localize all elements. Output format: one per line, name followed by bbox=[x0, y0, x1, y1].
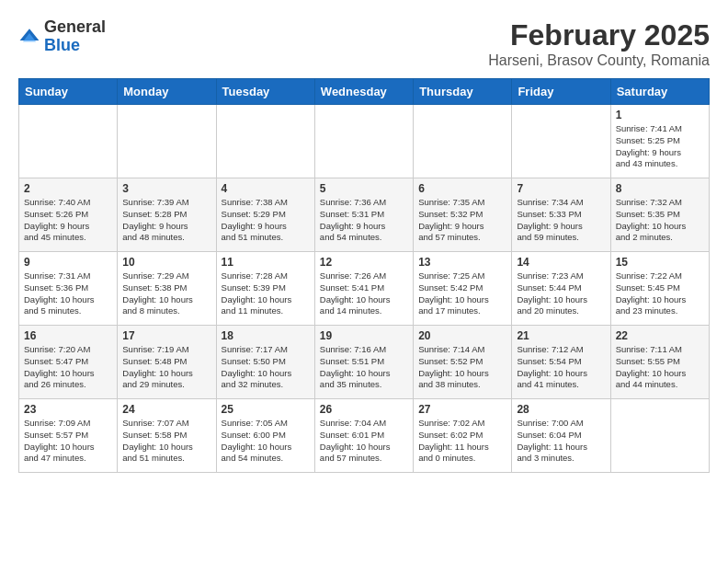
day-cell: 3Sunrise: 7:39 AM Sunset: 5:28 PM Daylig… bbox=[118, 178, 216, 252]
day-number: 11 bbox=[222, 256, 310, 269]
title-block: February 2025 Harseni, Brasov County, Ro… bbox=[488, 18, 710, 69]
day-number: 15 bbox=[616, 256, 704, 269]
day-info: Sunrise: 7:32 AM Sunset: 5:35 PM Dayligh… bbox=[616, 197, 704, 244]
week-row-5: 23Sunrise: 7:09 AM Sunset: 5:57 PM Dayli… bbox=[19, 399, 710, 473]
day-cell: 9Sunrise: 7:31 AM Sunset: 5:36 PM Daylig… bbox=[19, 252, 118, 326]
day-cell: 20Sunrise: 7:14 AM Sunset: 5:52 PM Dayli… bbox=[414, 326, 512, 399]
day-info: Sunrise: 7:38 AM Sunset: 5:29 PM Dayligh… bbox=[222, 197, 310, 244]
day-cell: 18Sunrise: 7:17 AM Sunset: 5:50 PM Dayli… bbox=[216, 326, 314, 399]
day-number: 10 bbox=[122, 256, 210, 269]
day-info: Sunrise: 7:34 AM Sunset: 5:33 PM Dayligh… bbox=[517, 197, 605, 244]
day-info: Sunrise: 7:41 AM Sunset: 5:25 PM Dayligh… bbox=[616, 123, 704, 170]
day-cell: 27Sunrise: 7:02 AM Sunset: 6:02 PM Dayli… bbox=[414, 399, 512, 473]
day-number: 6 bbox=[418, 182, 506, 195]
day-info: Sunrise: 7:25 AM Sunset: 5:42 PM Dayligh… bbox=[418, 270, 506, 317]
day-number: 5 bbox=[320, 182, 408, 195]
day-info: Sunrise: 7:11 AM Sunset: 5:55 PM Dayligh… bbox=[616, 344, 704, 391]
weekday-header-monday: Monday bbox=[118, 79, 216, 105]
day-number: 12 bbox=[320, 256, 408, 269]
day-number: 26 bbox=[320, 403, 408, 416]
day-cell: 24Sunrise: 7:07 AM Sunset: 5:58 PM Dayli… bbox=[118, 399, 216, 473]
day-number: 13 bbox=[418, 256, 506, 269]
day-cell: 2Sunrise: 7:40 AM Sunset: 5:26 PM Daylig… bbox=[19, 178, 118, 252]
day-cell: 28Sunrise: 7:00 AM Sunset: 6:04 PM Dayli… bbox=[512, 399, 610, 473]
day-number: 28 bbox=[517, 403, 605, 416]
day-number: 20 bbox=[418, 329, 506, 342]
day-number: 1 bbox=[616, 109, 704, 121]
day-info: Sunrise: 7:31 AM Sunset: 5:36 PM Dayligh… bbox=[24, 270, 112, 317]
page-header: General Blue February 2025 Harseni, Bras… bbox=[18, 18, 710, 69]
day-info: Sunrise: 7:40 AM Sunset: 5:26 PM Dayligh… bbox=[24, 197, 112, 244]
day-number: 19 bbox=[320, 329, 408, 342]
day-number: 24 bbox=[122, 403, 210, 416]
day-cell: 22Sunrise: 7:11 AM Sunset: 5:55 PM Dayli… bbox=[610, 326, 709, 399]
logo-blue: Blue bbox=[44, 37, 106, 55]
day-info: Sunrise: 7:07 AM Sunset: 5:58 PM Dayligh… bbox=[122, 418, 210, 465]
week-row-3: 9Sunrise: 7:31 AM Sunset: 5:36 PM Daylig… bbox=[19, 252, 710, 326]
day-number: 14 bbox=[517, 256, 605, 269]
day-number: 4 bbox=[222, 182, 310, 195]
day-cell bbox=[512, 105, 610, 178]
day-number: 9 bbox=[24, 256, 112, 269]
calendar: SundayMondayTuesdayWednesdayThursdayFrid… bbox=[18, 78, 710, 473]
day-number: 27 bbox=[418, 403, 506, 416]
day-cell bbox=[118, 105, 216, 178]
day-info: Sunrise: 7:26 AM Sunset: 5:41 PM Dayligh… bbox=[320, 270, 408, 317]
day-number: 23 bbox=[24, 403, 112, 416]
logo-text: General Blue bbox=[44, 18, 106, 55]
day-info: Sunrise: 7:22 AM Sunset: 5:45 PM Dayligh… bbox=[616, 270, 704, 317]
day-info: Sunrise: 7:35 AM Sunset: 5:32 PM Dayligh… bbox=[418, 197, 506, 244]
week-row-2: 2Sunrise: 7:40 AM Sunset: 5:26 PM Daylig… bbox=[19, 178, 710, 252]
day-number: 18 bbox=[222, 329, 310, 342]
day-cell bbox=[216, 105, 314, 178]
day-info: Sunrise: 7:04 AM Sunset: 6:01 PM Dayligh… bbox=[320, 418, 408, 465]
day-number: 2 bbox=[24, 182, 112, 195]
weekday-header-friday: Friday bbox=[512, 79, 610, 105]
logo-general: General bbox=[44, 18, 106, 37]
day-number: 3 bbox=[122, 182, 210, 195]
day-cell: 17Sunrise: 7:19 AM Sunset: 5:48 PM Dayli… bbox=[118, 326, 216, 399]
day-number: 16 bbox=[24, 329, 112, 342]
day-cell: 6Sunrise: 7:35 AM Sunset: 5:32 PM Daylig… bbox=[414, 178, 512, 252]
day-number: 8 bbox=[616, 182, 704, 195]
day-cell bbox=[610, 399, 709, 473]
day-info: Sunrise: 7:09 AM Sunset: 5:57 PM Dayligh… bbox=[24, 418, 112, 465]
day-info: Sunrise: 7:12 AM Sunset: 5:54 PM Dayligh… bbox=[517, 344, 605, 391]
day-cell: 25Sunrise: 7:05 AM Sunset: 6:00 PM Dayli… bbox=[216, 399, 314, 473]
location-title: Harseni, Brasov County, Romania bbox=[488, 52, 710, 69]
weekday-header-thursday: Thursday bbox=[414, 79, 512, 105]
day-cell: 7Sunrise: 7:34 AM Sunset: 5:33 PM Daylig… bbox=[512, 178, 610, 252]
day-cell bbox=[414, 105, 512, 178]
day-cell: 23Sunrise: 7:09 AM Sunset: 5:57 PM Dayli… bbox=[19, 399, 118, 473]
day-info: Sunrise: 7:19 AM Sunset: 5:48 PM Dayligh… bbox=[122, 344, 210, 391]
day-cell bbox=[314, 105, 413, 178]
day-cell: 15Sunrise: 7:22 AM Sunset: 5:45 PM Dayli… bbox=[610, 252, 709, 326]
day-info: Sunrise: 7:39 AM Sunset: 5:28 PM Dayligh… bbox=[122, 197, 210, 244]
day-cell: 10Sunrise: 7:29 AM Sunset: 5:38 PM Dayli… bbox=[118, 252, 216, 326]
day-cell: 19Sunrise: 7:16 AM Sunset: 5:51 PM Dayli… bbox=[314, 326, 413, 399]
weekday-header-tuesday: Tuesday bbox=[216, 79, 314, 105]
day-cell: 21Sunrise: 7:12 AM Sunset: 5:54 PM Dayli… bbox=[512, 326, 610, 399]
day-info: Sunrise: 7:23 AM Sunset: 5:44 PM Dayligh… bbox=[517, 270, 605, 317]
day-info: Sunrise: 7:02 AM Sunset: 6:02 PM Dayligh… bbox=[418, 418, 506, 465]
day-info: Sunrise: 7:17 AM Sunset: 5:50 PM Dayligh… bbox=[222, 344, 310, 391]
weekday-header-sunday: Sunday bbox=[19, 79, 118, 105]
logo: General Blue bbox=[18, 18, 106, 55]
day-cell: 14Sunrise: 7:23 AM Sunset: 5:44 PM Dayli… bbox=[512, 252, 610, 326]
day-cell: 12Sunrise: 7:26 AM Sunset: 5:41 PM Dayli… bbox=[314, 252, 413, 326]
weekday-header-row: SundayMondayTuesdayWednesdayThursdayFrid… bbox=[19, 79, 710, 105]
day-number: 21 bbox=[517, 329, 605, 342]
day-cell: 16Sunrise: 7:20 AM Sunset: 5:47 PM Dayli… bbox=[19, 326, 118, 399]
day-cell bbox=[19, 105, 118, 178]
logo-icon bbox=[18, 26, 40, 48]
week-row-4: 16Sunrise: 7:20 AM Sunset: 5:47 PM Dayli… bbox=[19, 326, 710, 399]
day-number: 17 bbox=[122, 329, 210, 342]
day-info: Sunrise: 7:28 AM Sunset: 5:39 PM Dayligh… bbox=[222, 270, 310, 317]
day-cell: 4Sunrise: 7:38 AM Sunset: 5:29 PM Daylig… bbox=[216, 178, 314, 252]
day-number: 25 bbox=[222, 403, 310, 416]
day-cell: 13Sunrise: 7:25 AM Sunset: 5:42 PM Dayli… bbox=[414, 252, 512, 326]
day-info: Sunrise: 7:00 AM Sunset: 6:04 PM Dayligh… bbox=[517, 418, 605, 465]
day-info: Sunrise: 7:05 AM Sunset: 6:00 PM Dayligh… bbox=[222, 418, 310, 465]
weekday-header-saturday: Saturday bbox=[610, 79, 709, 105]
day-info: Sunrise: 7:16 AM Sunset: 5:51 PM Dayligh… bbox=[320, 344, 408, 391]
